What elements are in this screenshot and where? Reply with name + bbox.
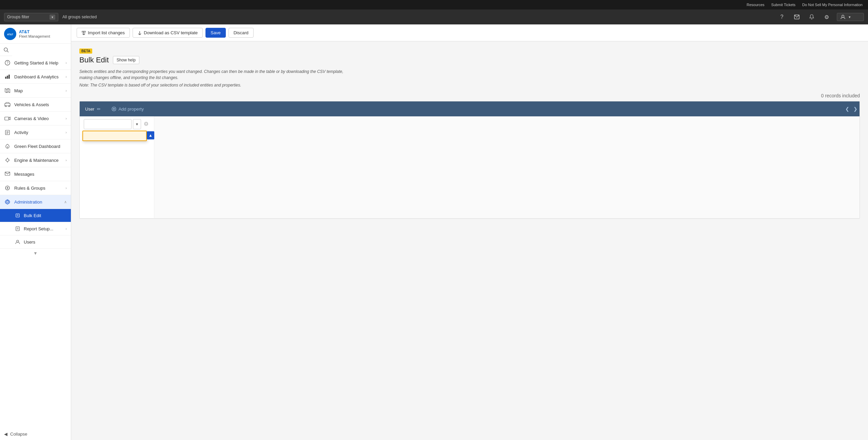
main-layout: AT&T AT&T Fleet Management ? Getting Sta… xyxy=(0,24,868,440)
dashboard-label: Dashboard & Analytics xyxy=(14,74,62,79)
svg-rect-8 xyxy=(5,77,6,79)
logo-circle: AT&T xyxy=(4,28,16,40)
collapse-label: Collapse xyxy=(10,432,27,437)
add-property-btn[interactable]: Add property xyxy=(106,107,843,112)
getting-started-icon: ? xyxy=(4,59,11,66)
users-label: Users xyxy=(24,240,35,245)
page-title-row: Bulk Edit Show help xyxy=(79,56,860,64)
sidebar-item-rules[interactable]: Rules & Groups › xyxy=(0,181,71,195)
dropdown-scroll-up-btn[interactable]: ▲ xyxy=(147,131,154,139)
entity-selector-cell: ▾ ▲ xyxy=(80,116,154,218)
do-not-sell-link[interactable]: Do Not Sell My Personal Information xyxy=(802,3,863,7)
download-csv-label: Download as CSV template xyxy=(144,30,198,35)
entity-settings-icon[interactable] xyxy=(142,120,150,129)
show-help-btn[interactable]: Show help xyxy=(113,56,139,64)
sidebar-subitem-report-setup[interactable]: Report Setup... › xyxy=(0,222,71,235)
activity-icon xyxy=(4,129,11,136)
sidebar-item-green-fleet[interactable]: Green Fleet Dashboard xyxy=(0,139,71,153)
user-dropdown[interactable]: ▾ xyxy=(837,13,864,21)
import-list-btn[interactable]: Import list changes xyxy=(77,28,130,38)
messages-icon xyxy=(4,171,11,177)
sidebar-item-dashboard[interactable]: Dashboard & Analytics › xyxy=(0,70,71,84)
svg-point-38 xyxy=(17,240,19,242)
scroll-left-btn[interactable]: ❮ xyxy=(843,101,851,116)
svg-point-4 xyxy=(4,48,7,51)
sidebar-item-getting-started[interactable]: ? Getting Started & Help › xyxy=(0,56,71,70)
entity-column-header: User ✏ xyxy=(80,101,106,116)
sidebar-item-administration[interactable]: Administration ∧ xyxy=(0,195,71,209)
svg-rect-9 xyxy=(7,76,8,79)
bulk-edit-table: User ✏ Add property ❮ ❯ xyxy=(79,101,860,219)
content-area: Import list changes Download as CSV temp… xyxy=(71,24,868,440)
administration-label: Administration xyxy=(14,199,61,205)
engine-label: Engine & Maintenance xyxy=(14,158,62,163)
mail-icon-btn[interactable] xyxy=(792,12,802,22)
messages-label: Messages xyxy=(14,172,67,177)
notifications-icon-btn[interactable] xyxy=(807,12,816,22)
bulk-edit-label: Bulk Edit xyxy=(24,213,41,218)
map-chevron: › xyxy=(65,89,67,93)
groups-filter-chevron: ▾ xyxy=(50,15,55,20)
svg-rect-17 xyxy=(5,117,9,120)
sidebar-item-vehicles[interactable]: Vehicles & Assets xyxy=(0,98,71,112)
svg-rect-35 xyxy=(16,227,19,231)
resources-link[interactable]: Resources xyxy=(747,3,765,7)
svg-point-23 xyxy=(6,159,9,161)
rules-chevron: › xyxy=(65,186,67,190)
discard-btn[interactable]: Discard xyxy=(229,28,254,38)
dropdown-search-input[interactable] xyxy=(83,131,146,140)
page-title: Bulk Edit xyxy=(79,56,109,64)
description-note: Note: The CSV template is based off of y… xyxy=(79,83,351,88)
svg-point-43 xyxy=(145,123,147,125)
save-label: Save xyxy=(211,30,221,35)
sidebar-item-activity[interactable]: Activity › xyxy=(0,126,71,139)
table-content-area xyxy=(154,116,860,218)
table-header-row: User ✏ Add property ❮ ❯ xyxy=(80,101,860,116)
svg-text:AT&T: AT&T xyxy=(7,33,14,36)
page-content: BETA Bulk Edit Show help Selects entitie… xyxy=(71,41,868,440)
entity-dropdown-arrow[interactable]: ▾ xyxy=(133,119,141,129)
report-setup-chevron: › xyxy=(65,227,67,231)
submit-tickets-link[interactable]: Submit Tickets xyxy=(771,3,796,7)
green-fleet-label: Green Fleet Dashboard xyxy=(14,144,67,149)
beta-badge: BETA xyxy=(79,49,92,54)
cameras-icon xyxy=(4,115,11,122)
sidebar-item-cameras[interactable]: Cameras & Video › xyxy=(0,112,71,126)
svg-rect-10 xyxy=(8,75,10,79)
sidebar-item-engine[interactable]: Engine & Maintenance › xyxy=(0,153,71,167)
map-label: Map xyxy=(14,88,62,93)
sidebar-search-btn[interactable] xyxy=(0,44,12,56)
sidebar-item-map[interactable]: Map › xyxy=(0,84,71,98)
groups-filter-dropdown[interactable]: Groups filter ▾ xyxy=(4,13,58,21)
sidebar-logo: AT&T AT&T Fleet Management xyxy=(0,24,71,44)
sidebar-subitem-users[interactable]: Users xyxy=(0,235,71,249)
entity-edit-icon[interactable]: ✏ xyxy=(97,107,101,112)
vehicles-label: Vehicles & Assets xyxy=(14,102,67,107)
engine-chevron: › xyxy=(65,158,67,162)
bulk-edit-icon xyxy=(14,212,21,219)
green-fleet-icon xyxy=(4,143,11,150)
help-icon-btn[interactable]: ? xyxy=(777,12,787,22)
activity-chevron: › xyxy=(65,130,67,134)
entity-select[interactable] xyxy=(84,119,132,129)
dashboard-chevron: › xyxy=(65,75,67,79)
download-csv-btn[interactable]: Download as CSV template xyxy=(133,28,203,38)
discard-label: Discard xyxy=(234,30,249,35)
rules-label: Rules & Groups xyxy=(14,186,62,191)
svg-point-26 xyxy=(7,187,8,189)
collapse-btn[interactable]: ◀ Collapse xyxy=(0,428,71,440)
collapse-icon: ◀ xyxy=(4,432,7,437)
administration-icon xyxy=(4,198,11,205)
filter-bar-actions: ? ⚙ ▾ xyxy=(777,12,864,22)
records-count: 0 records included xyxy=(79,93,860,98)
sidebar-item-messages[interactable]: Messages xyxy=(0,167,71,181)
add-property-label: Add property xyxy=(118,107,143,112)
scroll-right-btn[interactable]: ❯ xyxy=(851,101,860,116)
settings-icon-btn[interactable]: ⚙ xyxy=(822,12,831,22)
sidebar-subitem-bulk-edit[interactable]: Bulk Edit xyxy=(0,209,71,222)
report-setup-icon xyxy=(14,225,21,232)
top-bar: Resources Submit Tickets Do Not Sell My … xyxy=(0,0,868,9)
sidebar: AT&T AT&T Fleet Management ? Getting Sta… xyxy=(0,24,71,440)
save-btn[interactable]: Save xyxy=(205,28,226,38)
svg-text:?: ? xyxy=(6,61,8,65)
